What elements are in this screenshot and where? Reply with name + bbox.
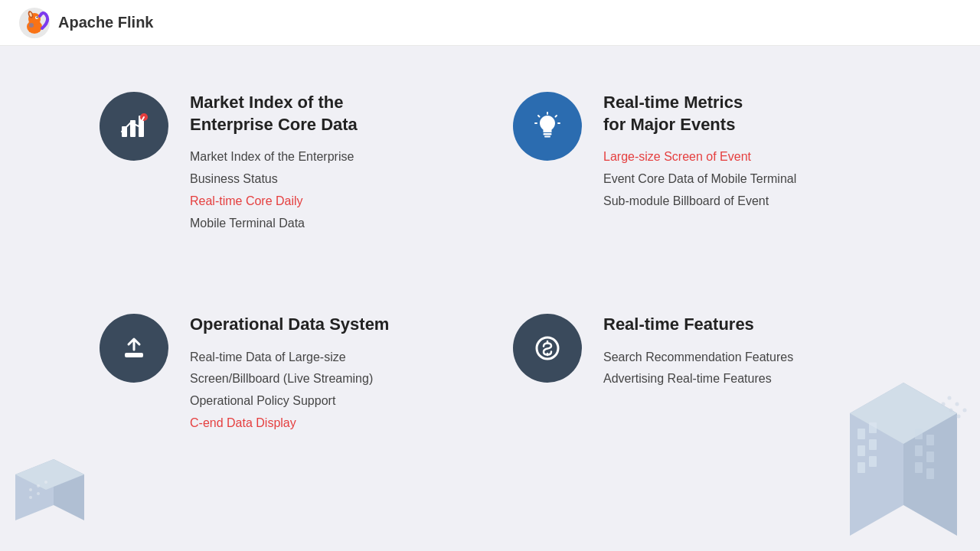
svg-point-7 xyxy=(29,23,34,28)
bar-chart-icon xyxy=(117,109,151,143)
card-market-index: Market Index of theEnterprise Core Data … xyxy=(77,77,490,298)
svg-point-45 xyxy=(956,403,959,406)
svg-rect-39 xyxy=(926,435,934,445)
operational-data-item-1: Real-time Data of Large-sizeScreen/Billb… xyxy=(190,347,389,391)
svg-rect-34 xyxy=(858,445,865,456)
svg-rect-36 xyxy=(858,462,865,473)
realtime-features-title: Real-time Features xyxy=(603,314,793,336)
realtime-features-item-2: Advertising Real-time Features xyxy=(603,368,793,390)
realtime-metrics-item-3: Sub-module Billboard of Event xyxy=(603,191,796,213)
realtime-features-icon-circle xyxy=(513,314,582,383)
svg-point-4 xyxy=(37,16,38,18)
realtime-metrics-item-1: Large-size Screen of Event xyxy=(603,146,796,168)
realtime-features-content: Real-time Features Search Recommendation… xyxy=(603,314,793,390)
svg-rect-43 xyxy=(926,468,934,479)
realtime-metrics-content: Real-time Metricsfor Major Events Large-… xyxy=(603,92,796,213)
operational-data-item-2: Operational Policy Support xyxy=(190,390,389,412)
svg-rect-32 xyxy=(858,429,865,439)
apache-flink-logo xyxy=(18,7,51,39)
realtime-metrics-title: Real-time Metricsfor Major Events xyxy=(603,92,796,135)
building-decoration-right xyxy=(827,337,980,551)
lightbulb-icon xyxy=(531,109,564,143)
svg-point-25 xyxy=(37,484,40,487)
realtime-metrics-item-2: Event Core Data of Mobile Terminal xyxy=(603,168,796,191)
market-index-title: Market Index of theEnterprise Core Data xyxy=(190,92,358,135)
dollar-icon xyxy=(531,331,564,365)
svg-point-27 xyxy=(29,496,32,499)
market-index-item-3: Real-time Core Daily xyxy=(190,191,358,213)
svg-rect-37 xyxy=(869,456,877,467)
svg-point-48 xyxy=(949,409,953,412)
svg-point-47 xyxy=(942,403,946,406)
svg-point-26 xyxy=(44,481,47,484)
operational-data-title: Operational Data System xyxy=(190,314,389,336)
operational-data-content: Operational Data System Real-time Data o… xyxy=(190,314,389,435)
market-index-icon-circle xyxy=(100,92,168,161)
svg-point-46 xyxy=(963,409,967,412)
svg-point-28 xyxy=(37,492,40,495)
building-decoration-left xyxy=(0,398,100,551)
svg-rect-19 xyxy=(125,353,143,357)
svg-rect-41 xyxy=(926,452,934,462)
market-index-item-2: Business Status xyxy=(190,168,358,191)
svg-rect-13 xyxy=(544,136,550,138)
svg-rect-33 xyxy=(869,422,877,433)
svg-rect-35 xyxy=(869,439,877,450)
card-realtime-metrics: Real-time Metricsfor Major Events Large-… xyxy=(490,77,903,298)
market-index-item-4: Mobile Terminal Data xyxy=(190,213,358,235)
svg-rect-40 xyxy=(915,445,923,456)
operational-data-item-3: C-end Data Display xyxy=(190,412,389,435)
svg-point-44 xyxy=(948,396,952,400)
logo-text: Apache Flink xyxy=(58,14,153,31)
svg-rect-42 xyxy=(915,462,923,473)
operational-data-icon-circle xyxy=(100,314,168,383)
main-content: Market Index of theEnterprise Core Data … xyxy=(0,46,980,551)
market-index-content: Market Index of theEnterprise Core Data … xyxy=(190,92,358,234)
svg-point-24 xyxy=(29,488,32,491)
svg-point-49 xyxy=(957,415,961,419)
svg-rect-38 xyxy=(915,429,923,439)
card-operational-data: Operational Data System Real-time Data o… xyxy=(77,298,490,520)
realtime-features-item-1: Search Recommendation Features xyxy=(603,347,793,369)
svg-line-17 xyxy=(538,116,540,117)
upload-icon xyxy=(117,331,151,365)
svg-line-15 xyxy=(556,116,557,117)
market-index-item-1: Market Index of the Enterprise xyxy=(190,146,358,168)
realtime-metrics-icon-circle xyxy=(513,92,582,161)
header: Apache Flink xyxy=(0,0,980,46)
svg-rect-12 xyxy=(544,133,552,135)
